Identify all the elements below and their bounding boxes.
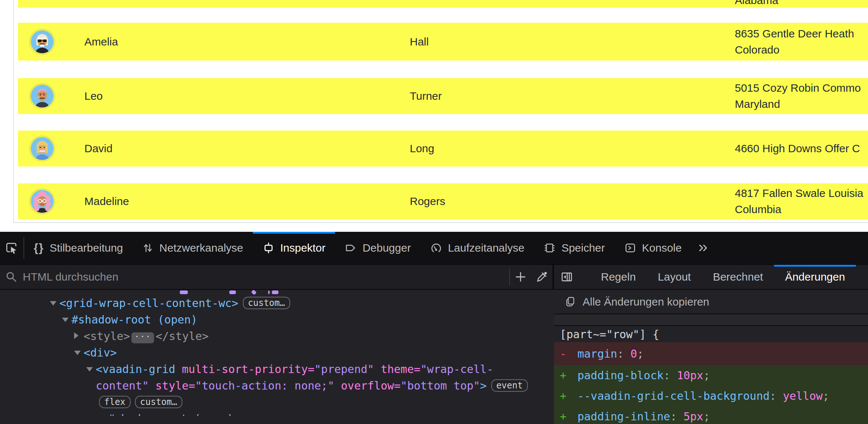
clipped-line-fragment	[229, 290, 236, 294]
address-cell: 4660 High Downs Offer C	[735, 131, 860, 167]
sidebar-tab-layout[interactable]: Layout	[647, 265, 702, 289]
grid-row-clipped[interactable]: Alabama	[18, 0, 868, 8]
vaadin-grid-preview: Alabama AmeliaHall8635 Gentle Deer Heath…	[0, 0, 868, 232]
first-name-cell: Madeline	[84, 183, 129, 219]
sidebar-tab-label: Änderungen	[785, 271, 845, 283]
changes-source-band	[554, 314, 868, 326]
screenshot-root: Alabama AmeliaHall8635 Gentle Deer Heath…	[0, 0, 868, 424]
avatar	[29, 29, 55, 55]
markup-line[interactable]: #shadow-root (open)	[0, 311, 552, 328]
grid-row[interactable]: DavidLong4660 High Downs Offer C	[18, 131, 868, 167]
markup-line[interactable]: <style>···</style>	[0, 328, 552, 344]
tab-label: Laufzeitanalyse	[448, 242, 524, 254]
address-cell: 8635 Gentle Deer HeathColorado	[735, 23, 854, 61]
markup-line[interactable]: <vaadin-grid multi-sort-priority="prepen…	[0, 361, 552, 377]
expand-inline-icon[interactable]: ···	[131, 332, 154, 343]
grid-border-bottom	[13, 222, 868, 223]
last-name-cell: Rogers	[410, 183, 445, 219]
copy-all-changes-label: Alle Änderungen kopieren	[583, 296, 709, 308]
avatar	[29, 135, 55, 162]
tab-label: Speicher	[561, 242, 605, 254]
sidebar-tab-label: Berechnet	[713, 271, 763, 283]
markup-badge[interactable]: custom…	[243, 297, 290, 309]
markup-line[interactable]: flexcustom…	[0, 394, 552, 410]
tab-netzwerkanalyse[interactable]: Netzwerkanalyse	[132, 232, 252, 264]
twisty-icon[interactable]	[62, 318, 69, 322]
tab-speicher[interactable]: Speicher	[534, 232, 614, 264]
inspector-sidebar-tabbar: RegelnLayoutBerechnetÄnderungen	[554, 265, 868, 290]
address-cell: Alabama	[735, 0, 778, 7]
markup-badge[interactable]: event	[491, 379, 528, 392]
clipped-line-fragment	[272, 290, 278, 294]
eyedropper-icon	[536, 271, 548, 283]
twisty-icon[interactable]	[74, 332, 79, 339]
grid-row[interactable]: MadelineRogers4817 Fallen Swale LouisiaC…	[18, 183, 868, 219]
diff-plus-sign: +	[560, 390, 577, 402]
node-picker-button[interactable]	[0, 232, 23, 264]
console-icon	[624, 242, 637, 254]
markup-line[interactable]: #shadow-root (open)	[0, 410, 552, 416]
eyedropper-button[interactable]	[531, 265, 552, 289]
css-rule-selector: [part~="row"] {	[554, 326, 868, 342]
markup-badge[interactable]: flex	[99, 396, 131, 408]
inspector-node-icon	[262, 242, 275, 254]
twisty-icon[interactable]	[74, 351, 81, 355]
gauge-icon	[430, 242, 442, 254]
markup-line[interactable]: <div>	[0, 344, 552, 361]
collapse-sidebar-button[interactable]	[554, 265, 580, 289]
diff-minus-sign: -	[560, 347, 577, 360]
clipped-line-fragment	[180, 290, 188, 294]
clipped-line-fragment	[251, 290, 257, 295]
sidebar-tab-aenderungen[interactable]: Änderungen	[774, 265, 856, 289]
plus-icon	[514, 271, 527, 283]
diff-plus-sign: +	[560, 369, 577, 382]
braces-icon: {}	[34, 241, 44, 255]
grid-border-left	[13, 0, 14, 223]
address-cell: 4817 Fallen Swale LouisiaColumbia	[735, 183, 863, 219]
sidebar-tab-berechnet[interactable]: Berechnet	[702, 265, 774, 289]
markup-view: <grid-wrap-cell-content-wc>custom…#shado…	[0, 290, 552, 416]
diff-line-added: +--vaadin-grid-cell-background: yellow;	[554, 385, 868, 406]
html-search-toolbar	[0, 265, 552, 290]
twisty-icon[interactable]	[50, 301, 56, 306]
tab-label: Inspektor	[280, 242, 325, 254]
debugger-pentagon-icon	[344, 242, 357, 254]
diff-plus-sign: +	[560, 410, 577, 423]
tab-konsole[interactable]: Konsole	[614, 232, 691, 264]
tab-stilbearbeitung[interactable]: {}Stilbearbeitung	[24, 232, 132, 264]
sidebar-tab-label: Regeln	[601, 271, 636, 283]
sidebar-tabs: RegelnLayoutBerechnetÄnderungen	[590, 265, 856, 289]
sidebar-tab-label: Layout	[658, 271, 691, 283]
devtools-tabbar: {}StilbearbeitungNetzwerkanalyseInspekto…	[0, 232, 868, 265]
changes-diff: [part~="row"] { -margin: 0;+padding-bloc…	[554, 326, 868, 424]
first-name-cell: David	[84, 131, 113, 167]
tab-inspektor[interactable]: Inspektor	[253, 232, 335, 264]
devtools-toolbar-row: RegelnLayoutBerechnetÄnderungen	[0, 265, 868, 290]
double-chevron-icon	[697, 242, 709, 254]
tab-label: Debugger	[362, 242, 411, 254]
search-input[interactable]	[22, 270, 509, 284]
grid-row[interactable]: LeoTurner5015 Cozy Robin CommoMaryland	[18, 78, 868, 114]
updown-arrows-icon	[142, 242, 154, 254]
node-picker-icon	[5, 241, 18, 255]
add-node-button[interactable]	[510, 265, 531, 289]
tab-label: Konsole	[642, 242, 682, 254]
grid-row[interactable]: AmeliaHall8635 Gentle Deer HeathColorado	[18, 23, 868, 61]
diff-line-added: +padding-inline: 5px;	[554, 406, 868, 424]
changes-panel: Alle Änderungen kopieren [part~="row"] {…	[554, 290, 868, 424]
copy-icon	[564, 296, 576, 308]
markup-line[interactable]: content" style="touch-action: none;" ove…	[0, 377, 552, 394]
markup-line[interactable]: <grid-wrap-cell-content-wc>custom…	[0, 295, 552, 311]
devtools: {}StilbearbeitungNetzwerkanalyseInspekto…	[0, 232, 868, 424]
copy-all-changes-button[interactable]: Alle Änderungen kopieren	[554, 290, 868, 314]
diff-lines: -margin: 0;+padding-block: 10px;+--vaadi…	[554, 342, 868, 424]
collapse-sidebar-icon	[560, 271, 573, 283]
markup-badge[interactable]: custom…	[135, 396, 182, 408]
tab-debugger[interactable]: Debugger	[335, 232, 420, 264]
first-name-cell: Leo	[84, 78, 103, 114]
sidebar-tab-regeln[interactable]: Regeln	[590, 265, 647, 289]
twisty-icon[interactable]	[86, 367, 93, 372]
diff-line-removed: -margin: 0;	[554, 342, 868, 365]
more-tabs-button[interactable]	[691, 232, 715, 264]
tab-laufzeitanalyse[interactable]: Laufzeitanalyse	[420, 232, 534, 264]
